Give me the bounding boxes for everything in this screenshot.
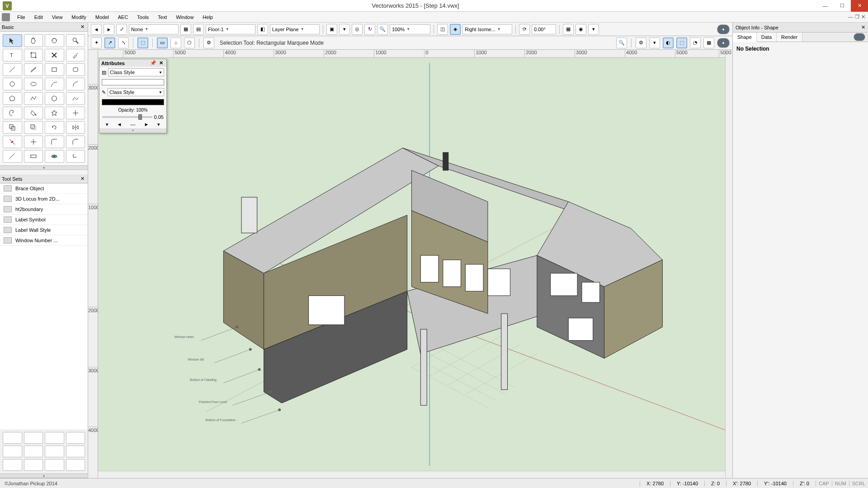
zoom-tool[interactable] — [66, 34, 85, 47]
line-tool[interactable] — [3, 63, 22, 76]
doc-restore-icon[interactable]: ❐ — [855, 14, 859, 20]
list-item[interactable]: 3D Locus from 2D... — [0, 194, 88, 204]
layer-options-button[interactable]: ▤ — [193, 24, 204, 35]
quick-pref-4[interactable]: ▦ — [703, 38, 714, 48]
rotate-view-button[interactable]: ⟳ — [519, 24, 530, 35]
polygon-tool[interactable] — [3, 92, 22, 105]
close-icon[interactable]: ✕ — [861, 24, 865, 30]
dropdown-button[interactable]: ▾ — [649, 38, 660, 48]
category-button[interactable] — [45, 432, 64, 444]
doc-minimize-icon[interactable]: — — [848, 14, 853, 20]
maximize-button[interactable]: ☐ — [834, 0, 851, 12]
category-button[interactable] — [66, 446, 85, 457]
2d-reshape-tool[interactable] — [24, 49, 43, 61]
paint-bucket-tool[interactable] — [24, 107, 43, 119]
close-icon[interactable]: ✕ — [79, 24, 86, 30]
vertical-scrollbar[interactable] — [725, 50, 732, 478]
attribute-mapping-tool[interactable] — [24, 150, 43, 163]
locus-tool[interactable] — [66, 107, 85, 119]
quick-pref-3[interactable]: ◔ — [690, 38, 701, 48]
oval-tool[interactable] — [24, 78, 43, 90]
text-tool[interactable]: T — [3, 49, 22, 61]
category-button[interactable] — [45, 459, 64, 471]
layer-dropdown[interactable]: Floor-1▼ — [206, 24, 255, 34]
horizontal-scrollbar[interactable] — [98, 471, 725, 478]
list-item[interactable]: Brace Object — [0, 183, 88, 194]
double-line-tool[interactable] — [24, 63, 43, 76]
arc-tool[interactable] — [45, 78, 64, 90]
class-options-button[interactable]: ▦ — [180, 24, 191, 35]
drawing-area[interactable]: Attributes📌✕ ▨ Class Style▼ ✎ Class Styl… — [98, 58, 725, 471]
rotation-field[interactable]: 0.00° — [532, 24, 556, 34]
pin-icon[interactable]: 📌 — [149, 60, 158, 66]
mode-freehand-marquee[interactable]: ○ — [170, 38, 181, 48]
category-button[interactable] — [66, 432, 85, 444]
menu-modify[interactable]: Modify — [67, 14, 90, 20]
polyline-tool[interactable] — [24, 92, 43, 105]
render-mode-button[interactable]: ▦ — [563, 24, 574, 35]
next-button[interactable]: ▾ — [157, 122, 160, 127]
close-icon[interactable]: ✕ — [79, 176, 86, 182]
close-button[interactable]: ✕ — [851, 0, 868, 12]
quarter-arc-tool[interactable] — [66, 78, 85, 90]
back-button[interactable]: ◄ — [91, 24, 102, 35]
menu-edit[interactable]: Edit — [30, 14, 47, 20]
collapse-toggle[interactable] — [854, 33, 865, 41]
list-item[interactable]: Window Number ... — [0, 235, 88, 246]
preferences-button[interactable]: ⚙ — [203, 38, 214, 48]
line-style[interactable]: — — [130, 122, 135, 127]
quick-pref-2[interactable]: ⬚ — [676, 38, 687, 48]
saved-view-button[interactable]: ◧ — [257, 24, 268, 35]
pen-color-swatch[interactable] — [102, 99, 164, 105]
palette-resize-grip[interactable] — [0, 474, 88, 478]
list-item[interactable]: Label Wall Style — [0, 225, 88, 235]
working-plane-button[interactable]: ▣ — [326, 24, 337, 35]
clip-tool[interactable] — [3, 121, 22, 134]
home-icon[interactable] — [2, 13, 10, 21]
standard-view-dropdown[interactable]: Right Isome...▼ — [462, 24, 512, 34]
flyover-button[interactable]: ↻ — [364, 24, 375, 35]
mode-snap[interactable]: ⬚ — [137, 38, 148, 48]
fillet-tool[interactable] — [45, 136, 64, 148]
category-button[interactable] — [24, 446, 43, 457]
menu-view[interactable]: View — [47, 14, 67, 20]
close-icon[interactable]: ✕ — [158, 60, 165, 66]
mode-rect-marquee[interactable]: ▭ — [157, 38, 168, 48]
menu-file[interactable]: File — [13, 14, 30, 20]
regular-polygon-tool[interactable] — [45, 92, 64, 105]
category-button[interactable] — [3, 432, 22, 444]
mode-lasso[interactable]: ⤡ — [118, 38, 129, 48]
forward-button[interactable]: ► — [104, 24, 114, 35]
pen-style-dropdown[interactable]: Class Style▼ — [108, 88, 164, 96]
dropdown-button[interactable]: ▾ — [339, 24, 350, 35]
spiral-tool[interactable] — [3, 107, 22, 119]
offset-tool[interactable] — [24, 121, 43, 134]
end-marker[interactable]: ► — [144, 122, 149, 127]
minimize-button[interactable]: — — [816, 0, 834, 12]
tab-shape[interactable]: Shape — [733, 33, 757, 42]
plane-dropdown[interactable]: Layer Plane▼ — [270, 24, 320, 34]
resize-grip[interactable]: ▾ — [99, 128, 166, 133]
category-button[interactable] — [3, 446, 22, 457]
model-viewport[interactable]: Window Head Window Sill Bottom of Claddi… — [98, 58, 725, 471]
quick-pref-toggle[interactable]: ● — [717, 24, 730, 34]
category-button[interactable] — [24, 459, 43, 471]
mirror-tool[interactable] — [66, 121, 85, 134]
zoom-dropdown[interactable]: 100%▼ — [390, 24, 430, 34]
mode-first-click[interactable]: ✦ — [91, 38, 102, 48]
connect-tool[interactable] — [3, 150, 22, 163]
menu-model[interactable]: Model — [91, 14, 113, 20]
unified-view-button[interactable]: ◫ — [437, 24, 448, 35]
doc-close-icon[interactable]: ✕ — [861, 14, 865, 20]
line-weight-slider[interactable]: 0.05 — [99, 113, 166, 121]
fill-style-dropdown[interactable]: Class Style▼ — [108, 68, 164, 76]
category-button[interactable] — [24, 432, 43, 444]
menu-aec[interactable]: AEC — [113, 14, 133, 20]
menu-help[interactable]: Help — [198, 14, 217, 20]
category-button[interactable] — [45, 446, 64, 457]
pan-tool[interactable] — [24, 34, 43, 47]
category-button[interactable] — [66, 459, 85, 471]
list-item[interactable]: ht2boundary — [0, 204, 88, 215]
rotate-tool[interactable] — [45, 121, 64, 134]
split-tool[interactable] — [3, 136, 22, 148]
